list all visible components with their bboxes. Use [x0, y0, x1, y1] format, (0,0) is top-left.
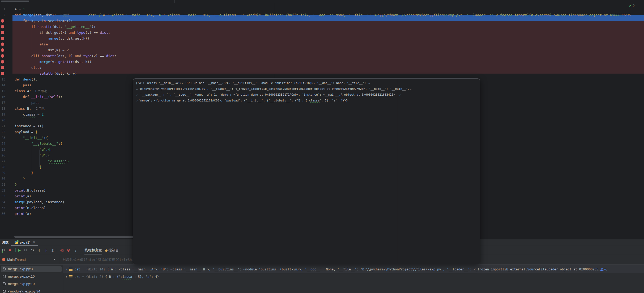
token [15, 177, 23, 181]
token: type [77, 31, 85, 35]
stop-icon[interactable]: ■ [7, 247, 13, 253]
pause-icon[interactable]: ▮▮ [23, 247, 28, 253]
mute-breakpoints-icon[interactable]: ◎◎ [59, 247, 65, 253]
top-scrollbar-thumb[interactable] [1, 1, 29, 2]
resume-icon[interactable]: ▎▶ [15, 247, 21, 253]
frame-label: merge, exp.py:10 [8, 280, 35, 288]
token [15, 36, 48, 40]
token [15, 153, 40, 157]
more-options-icon[interactable]: ⋮ [73, 247, 79, 253]
token [15, 83, 23, 87]
token: dict [100, 31, 108, 35]
token [15, 71, 40, 75]
token: ↵ [136, 99, 138, 102]
token: else [40, 42, 48, 46]
token: dst[k] = v [15, 48, 69, 52]
tab-console[interactable]: 控制台 [108, 246, 119, 254]
token [15, 142, 31, 146]
token: (src, dst): [33, 13, 56, 17]
token [15, 19, 23, 23]
token: { [35, 130, 37, 134]
code-line: class B:2 用法 [15, 106, 45, 112]
token: '__package__': '', '__spec__': None, 'a'… [138, 93, 399, 96]
token: class [15, 107, 27, 111]
force-step-into-icon[interactable]: ↧ [43, 247, 49, 253]
step-over-icon[interactable]: ↷ [30, 247, 36, 253]
code-line: "B":{ [15, 152, 50, 158]
token: self [50, 95, 58, 99]
frame-row[interactable]: merge, exp.py:10 [0, 280, 63, 288]
token: (dst, k) [56, 54, 75, 58]
frame-row[interactable]: merge, exp.py:10 [0, 273, 63, 280]
code-line: else: [15, 41, 50, 47]
token: { [48, 153, 50, 157]
token: {dict: 2} [86, 275, 105, 279]
active-tab-underline [11, 245, 38, 246]
frame-label: merge, exp.py:10 [8, 273, 35, 280]
step-out-icon[interactable]: ↥ [50, 247, 56, 253]
token: if [40, 31, 46, 35]
inspections-widget[interactable]: ✔2 [629, 3, 635, 9]
token [15, 136, 23, 140]
token: "__init__" [23, 136, 44, 140]
tab-threads-variables[interactable]: 线程和变量 [84, 246, 102, 254]
token [15, 171, 31, 175]
token: print [15, 188, 25, 192]
token [15, 31, 40, 35]
code-line: class A:1 个用法 [15, 88, 47, 94]
token: ( [48, 95, 50, 99]
toolbar-separator [57, 248, 57, 252]
code-line: else: [15, 65, 42, 71]
token: classa [309, 99, 319, 102]
token: hasattr [37, 25, 52, 29]
token [15, 60, 40, 64]
breakpoint-muted-icon[interactable]: ⊘ [66, 247, 71, 253]
tool-window-title[interactable]: 调试 [2, 239, 8, 246]
token: def [23, 95, 31, 99]
code-line: elif hasattr(dst, k) and type(v) == dict… [15, 53, 117, 59]
token: ↵ [136, 87, 138, 90]
token: setattr [40, 71, 54, 75]
token: 3 用法 [61, 13, 70, 17]
token: dst: {'A': <class '__main__.A'>, 'B': <c… [88, 13, 631, 17]
pycharm-debug-window: 1213141516171819202122232425262728293031… [0, 0, 644, 293]
thread-selector[interactable]: MainThread ▾ [0, 255, 60, 264]
frames-list[interactable]: merge, exp.py:3merge, exp.py:10merge, ex… [0, 265, 63, 293]
toolbar-separator [14, 248, 14, 252]
code-line: def __init__(self): [15, 94, 62, 100]
popup-line: ↵ '__package__': '', '__spec__': None, '… [136, 92, 401, 98]
step-into-icon[interactable]: ↧ [36, 247, 42, 253]
show-more-link[interactable]: 显示 [600, 267, 607, 271]
token: (B.classa) [25, 206, 46, 210]
token: merge [15, 200, 25, 204]
variables-list[interactable]: ›dst = {dict: 14} {'A': <class '__main__… [63, 265, 644, 293]
token: (v) == [85, 31, 100, 35]
token: k, v [31, 19, 42, 23]
variable-row[interactable]: ›dst = {dict: 14} {'A': <class '__main__… [63, 265, 644, 273]
token [15, 25, 31, 29]
evaluate-expression-input[interactable]: 对表达式求值(Enter)或添加监视(Ctrl+Shift+ [63, 255, 140, 264]
token: (v, dst.get(k)) [58, 36, 89, 40]
token: else [31, 66, 40, 70]
code-line: print(a) [15, 211, 31, 217]
token [15, 95, 23, 99]
check-icon: ✔ [629, 4, 632, 8]
token: 'merge': <function merge at 0x0000023521… [138, 99, 309, 102]
token: (a) [25, 194, 31, 198]
code-line: merge(v, getattr(dst, k)) [15, 59, 92, 65]
variable-row[interactable]: ›src = {dict: 2} {'B': {'classa': 5}, 'a… [63, 273, 644, 280]
token: and [75, 54, 83, 58]
frame-row[interactable]: <module>, exp.py:34 [0, 288, 63, 293]
token: {'A': <class '__main__.A'>, 'B': <class … [136, 81, 368, 85]
code-line: def merge(src, dst):3 用法dst: {'A': <clas… [15, 12, 631, 18]
rerun-debug-icon[interactable]: ⟳ [1, 247, 7, 253]
token: a = [15, 7, 23, 11]
token: "__globals__" [31, 142, 58, 146]
token: } [31, 171, 33, 175]
token: type [83, 54, 91, 58]
frame-row[interactable]: merge, exp.py:3 [0, 265, 63, 273]
running-status-dot [16, 240, 19, 242]
token: print [15, 212, 25, 216]
token: (payload, instance) [25, 200, 65, 204]
token: : [114, 54, 117, 58]
